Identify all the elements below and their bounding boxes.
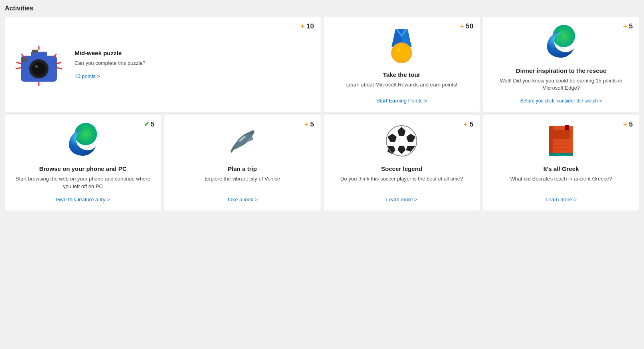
card-desc-dinner: Wait! Did you know you could be earning … xyxy=(491,77,631,92)
edge-icon-dinner xyxy=(543,25,579,62)
card-desc-tour: Learn about Microsoft Rewards and earn p… xyxy=(346,81,458,88)
page-title: Activities xyxy=(5,5,639,12)
points-badge-soccer: + 5 xyxy=(464,120,473,128)
card-desc-puzzle: Can you complete this puzzle? xyxy=(75,60,145,67)
card-soccer: + 5 Soccer legend Do you think this socc… xyxy=(324,115,480,210)
card-title-trip: Plan a trip xyxy=(228,165,257,172)
points-badge-puzzle: + 10 xyxy=(301,22,314,30)
card-take-tour: + 50 Take the tour Learn about Microsoft… xyxy=(324,17,480,112)
svg-point-5 xyxy=(35,65,38,68)
svg-rect-2 xyxy=(32,50,38,53)
svg-line-7 xyxy=(17,62,21,64)
svg-line-8 xyxy=(16,68,21,69)
card-content-puzzle: Mid-week puzzle Can you complete this pu… xyxy=(75,50,313,79)
points-badge-browse: ✔ 5 xyxy=(144,120,155,128)
card-title-soccer: Soccer legend xyxy=(381,165,422,172)
card-desc-trip: Explore the vibrant city of Venice xyxy=(204,175,280,183)
card-mid-week-puzzle: + 10 xyxy=(5,17,321,112)
card-link-puzzle[interactable]: 10 points > xyxy=(75,67,100,79)
card-dinner: + 5 xyxy=(483,17,639,112)
card-link-trip[interactable]: Take a look > xyxy=(227,190,258,203)
points-badge-dinner: + 5 xyxy=(623,22,633,30)
edge-icon-browse xyxy=(65,123,101,160)
svg-line-10 xyxy=(57,68,62,69)
svg-rect-43 xyxy=(552,142,570,143)
svg-point-22 xyxy=(75,123,97,145)
points-badge-greek: + 5 xyxy=(623,120,633,128)
card-link-greek[interactable]: Learn more > xyxy=(545,190,577,203)
svg-point-20 xyxy=(397,48,400,52)
svg-point-19 xyxy=(393,44,410,62)
card-desc-greek: What did Socrates teach in ancient Greec… xyxy=(510,175,612,183)
card-plan-trip: + 5 Plan a trip Explore the vib xyxy=(164,115,321,210)
plane-icon xyxy=(224,123,260,160)
card-greek: + 5 It's all Greek Wha xyxy=(483,115,639,210)
svg-rect-42 xyxy=(552,130,570,139)
svg-line-9 xyxy=(57,62,61,64)
svg-rect-46 xyxy=(549,153,573,156)
card-desc-browse: Start browsing the web on your phone and… xyxy=(13,175,153,190)
activities-grid: + 10 xyxy=(5,17,639,211)
points-badge-tour: + 50 xyxy=(460,22,474,30)
card-title-dinner: Dinner inspiration to the rescue xyxy=(516,67,606,74)
svg-point-4 xyxy=(32,62,46,76)
points-badge-trip: + 5 xyxy=(304,120,314,128)
card-title-greek: It's all Greek xyxy=(543,165,579,172)
svg-rect-14 xyxy=(22,58,27,62)
svg-rect-45 xyxy=(552,148,568,150)
soccer-icon xyxy=(384,123,420,160)
medal-icon xyxy=(384,25,420,66)
card-title-puzzle: Mid-week puzzle xyxy=(75,50,122,56)
svg-rect-44 xyxy=(552,145,567,146)
card-desc-soccer: Do you think this soccer player is the b… xyxy=(340,175,463,183)
card-title-browse: Browse on your phone and PC xyxy=(39,165,127,172)
book-icon xyxy=(545,123,577,160)
card-browse: ✔ 5 Browse on yo xyxy=(5,115,161,210)
card-title-tour: Take the tour xyxy=(383,71,420,78)
card-link-dinner[interactable]: Before you click, consider the switch > xyxy=(520,92,602,104)
card-link-browse[interactable]: Give this feature a try > xyxy=(56,190,110,203)
camera-icon xyxy=(13,38,65,91)
card-link-tour[interactable]: Start Earning Points > xyxy=(376,91,427,104)
card-link-soccer[interactable]: Learn more > xyxy=(386,190,418,203)
